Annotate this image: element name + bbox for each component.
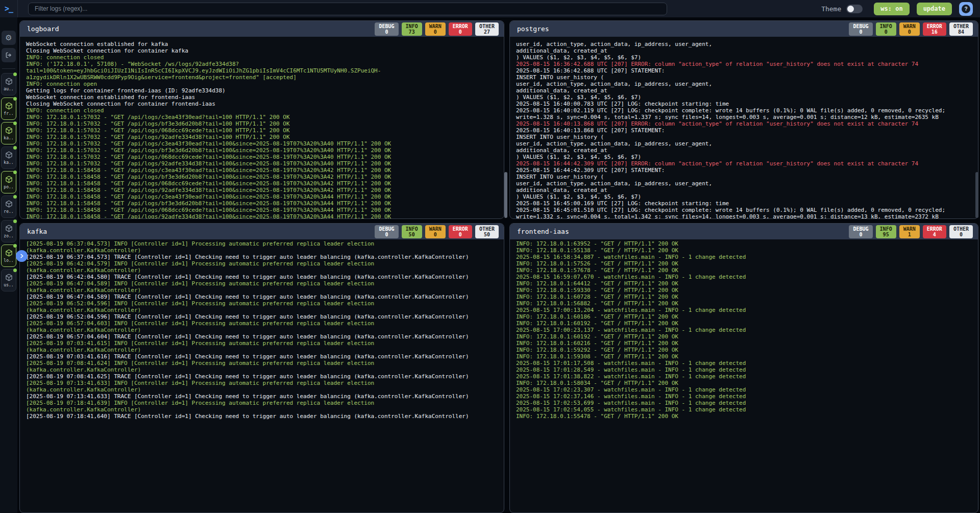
container-cube-icon [5,151,13,159]
ws-toggle-button[interactable]: ws: on [874,3,909,15]
log-line: additional_data, created_at [516,47,978,54]
log-output[interactable]: WebSocket connection established for kaf… [20,37,504,218]
sidebar-item-fr[interactable]: fr.. [1,97,16,120]
error-count-badge[interactable]: ERROR0 [449,22,472,36]
log-line: 2025-08-15 17:02:54,055 - watchfiles.mai… [516,406,978,413]
log-line: WebSocket connection established for fro… [26,94,504,101]
log-line: INFO: 172.18.0.1:63952 - "GET / HTTP/1.1… [516,240,978,247]
theme-toggle[interactable] [846,5,863,13]
sidebar-item-zo[interactable]: zo.. [1,220,16,242]
log-line: 2025-08-15 17:01:38,822 - watchfiles.mai… [516,373,978,380]
log-line: ) VALUES ($1, $2, $3, $4, $5, $6, $7) [516,94,978,101]
log-line: ) VALUES ($1, $2, $3, $4, $5, $6, $7) [516,54,978,61]
other-count-badge[interactable]: OTHER50 [475,225,499,238]
error-count-badge[interactable]: ERROR4 [923,225,946,238]
sidebar-item-au[interactable]: au.. [1,73,16,95]
info-count-badge[interactable]: INFO95 [876,225,896,238]
sidebar-expand-button[interactable] [16,250,28,262]
log-line: 2025-08-15 16:36:42.688 UTC [207] STATEM… [516,67,978,74]
log-line: (kafka.controller.KafkaController) [26,267,504,274]
sidebar-item-ka2[interactable]: ka.. [1,146,16,169]
settings-button[interactable]: ⚙ [2,31,16,45]
warn-count-badge[interactable]: WARN0 [899,22,920,36]
info-count-badge[interactable]: INFO50 [402,225,422,238]
warn-count-badge[interactable]: WARN1 [899,225,920,238]
other-count-badge[interactable]: OTHER84 [949,22,973,36]
log-line: INFO: 172.18.0.1:56882 - "GET / HTTP/1.1… [516,300,978,307]
help-button[interactable]: ? [959,2,973,16]
log-line: [2025-08-19 07:13:41,633] INFO [Controll… [26,380,504,386]
badge-label: WARN [903,23,916,29]
log-output[interactable]: [2025-08-19 06:37:04,573] INFO [Controll… [20,239,504,512]
log-line: [2025-08-19 07:03:41,616] TRACE [Control… [26,353,504,360]
scrollbar-thumb[interactable] [504,172,507,218]
log-line: INFO: connection closed [26,107,504,114]
debug-count-badge[interactable]: DEBUG0 [849,22,872,36]
debug-count-badge[interactable]: DEBUG0 [375,225,398,238]
warn-count-badge[interactable]: WARN0 [425,22,446,36]
log-line: INFO: connection closed [26,54,504,61]
badge-count: 0 [434,29,437,35]
badge-label: INFO [880,23,892,29]
sidebar-divider [2,68,15,69]
badge-count: 4 [933,232,936,237]
log-line: 2025-08-15 17:02:37,146 - watchfiles.mai… [516,393,978,400]
log-line: user_id, action_type, action_data, ip_ad… [516,41,978,47]
log-output[interactable]: user_id, action_type, action_data, ip_ad… [510,37,978,218]
log-line: 2025-08-15 17:01:17,508 - watchfiles.mai… [516,360,978,367]
sidebar-item-us[interactable]: us.. [1,269,16,291]
gear-icon: ⚙ [5,33,12,42]
log-line: INSERT INTO user_history ( [516,134,978,140]
error-count-badge[interactable]: ERROR0 [449,225,472,238]
log-line: 2025-08-15 16:40:02.119 UTC [27] LOG: ch… [516,107,978,114]
sidebar-item-label: ka.. [4,160,13,165]
log-line: INFO: 172.18.0.1:60192 - "GET / HTTP/1.1… [516,320,978,327]
panel-title: frontend-iaas [517,228,569,235]
topbar-controls: Theme ws: on update ? [821,2,980,16]
sidebar-item-po[interactable]: po.. [1,171,16,193]
log-line: INFO: 172.18.0.1:58458 - "GET /api/logs/… [26,193,504,200]
sidebar-item-re[interactable]: re.. [1,196,16,218]
warn-count-badge[interactable]: WARN0 [425,225,446,238]
container-cube-icon [5,225,13,232]
other-count-badge[interactable]: OTHER27 [475,22,499,36]
badge-count: 0 [385,29,388,35]
debug-count-badge[interactable]: DEBUG0 [849,225,872,238]
badge-count: 27 [484,29,490,35]
log-line: additional_data, created_at [516,87,978,94]
log-output[interactable]: INFO: 172.18.0.1:63952 - "GET / HTTP/1.1… [510,239,978,512]
theme-label: Theme [821,5,841,13]
badge-label: ERROR [927,23,942,29]
debug-count-badge[interactable]: DEBUG0 [375,22,398,36]
log-line: INFO: 172.18.0.1:58034 - "GET / HTTP/1.1… [516,380,978,386]
log-line: INFO: 172.18.0.1:59330 - "GET / HTTP/1.1… [516,287,978,294]
sidebar-item-label: us.. [4,283,13,287]
log-line: 2025-08-15 17:00:23,137 - watchfiles.mai… [516,327,978,333]
log-line: 2025-08-15 16:44:42.309 UTC [207] ERROR:… [516,160,978,167]
log-line: INFO: 172.18.0.1:58458 - "GET /api/logs/… [26,200,504,207]
info-count-badge[interactable]: INFO73 [402,22,422,36]
log-line: [2025-08-19 06:37:04,573] INFO [Controll… [26,240,504,247]
status-dot [13,268,17,272]
other-count-badge[interactable]: OTHER0 [949,225,973,238]
sidebar-item-ka[interactable]: ka.. [1,122,16,144]
badge-count: 73 [409,29,415,35]
chevron-right-icon [19,253,24,259]
badge-label: WARN [903,226,916,232]
update-button[interactable]: update [917,3,952,15]
log-line: (kafka.controller.KafkaController) [26,406,504,413]
log-line: [2025-08-19 07:13:41,633] TRACE [Control… [26,393,504,400]
info-count-badge[interactable]: INFO0 [876,22,896,36]
filter-input[interactable] [28,3,667,15]
sidebar-item-lo[interactable]: lo.. [1,245,16,267]
log-line: (kafka.controller.KafkaController) [26,287,504,294]
scrollbar-thumb[interactable] [975,172,978,218]
log-line: INFO: 172.18.0.1:55138 - "GET / HTTP/1.1… [516,247,978,254]
logout-button[interactable] [2,48,16,62]
log-line: Getting logs for container frontend-iaas… [26,87,504,94]
error-count-badge[interactable]: ERROR16 [923,22,946,36]
container-cube-icon [5,176,13,183]
log-line: INFO: connection open [26,81,504,87]
badge-count: 1 [908,232,911,237]
log-line: [2025-08-19 06:52:04,596] INFO [Controll… [26,300,504,307]
